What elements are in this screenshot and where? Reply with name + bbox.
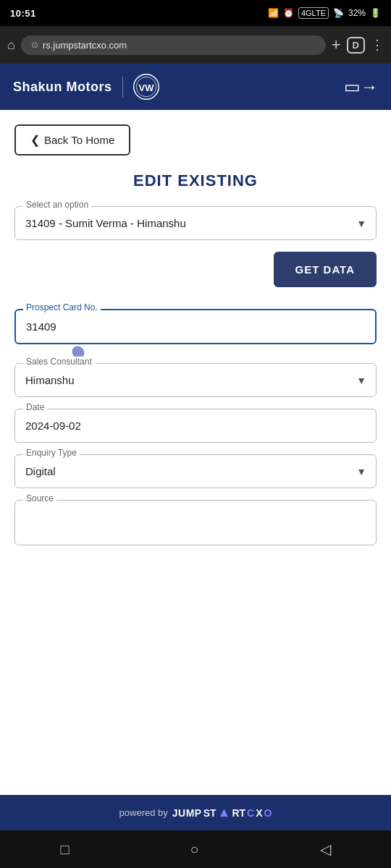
source-label: Source [23, 493, 56, 503]
battery-text: 32% [348, 8, 366, 18]
powered-by-text: powered by [119, 807, 168, 818]
browser-url-bar[interactable]: ⊙ rs.jumpstartcxo.com [21, 35, 326, 55]
browser-url-text: rs.jumpstartcxo.com [43, 40, 127, 51]
prospect-card-group: Prospect Card No. [14, 309, 377, 344]
date-group: Date [14, 409, 377, 443]
brand-start: ST [203, 807, 216, 819]
app-title: Shakun Motors [13, 80, 112, 95]
browser-home-icon[interactable]: ⌂ [7, 38, 15, 53]
select-option-wrapper: 31409 - Sumit Verma - Himanshu ▼ [14, 206, 377, 240]
brand-icon: ▲ [218, 805, 231, 820]
select-option-label: Select an option [23, 200, 91, 210]
alarm-icon: ⏰ [283, 8, 294, 18]
brand-c: C [247, 807, 254, 819]
status-bar: 10:51 📶 ⏰ 4GLTE 📡 32% 🔋 [0, 0, 391, 26]
date-input[interactable] [14, 409, 377, 443]
browser-d-button[interactable]: D [347, 37, 365, 54]
page-title: EDIT EXISTING [14, 171, 377, 190]
brand-art: RT [232, 807, 245, 819]
browser-more-button[interactable]: ⋮ [371, 37, 384, 53]
sales-consultant-wrapper: Himanshu ▼ [14, 363, 377, 397]
back-to-home-label: Back To Home [44, 134, 114, 146]
brand-logo: JUMP ST ▲ RT C X O [172, 805, 272, 820]
new-tab-button[interactable]: + [332, 35, 341, 54]
brand-jump: JUMP [172, 807, 202, 819]
app-footer: powered by JUMP ST ▲ RT C X O [0, 795, 391, 830]
enquiry-type-label: Enquiry Type [23, 448, 80, 458]
nav-circle-icon[interactable]: ○ [190, 841, 199, 858]
brand-x: X [256, 807, 262, 819]
prospect-card-input[interactable] [14, 309, 377, 344]
prospect-card-label: Prospect Card No. [23, 302, 101, 312]
nav-back-icon[interactable]: ◁ [320, 841, 331, 858]
nav-bar: □ ○ ◁ [0, 830, 391, 868]
source-group: Source [14, 500, 377, 545]
status-time: 10:51 [10, 8, 36, 19]
header-divider [122, 77, 123, 97]
enquiry-type-wrapper: Digital ▼ [14, 454, 377, 488]
app-header: Shakun Motors VW ▭→ [0, 64, 391, 110]
url-security-icon: ⊙ [31, 40, 38, 50]
get-data-row: GET DATA [14, 252, 377, 287]
select-option-group: Select an option 31409 - Sumit Verma - H… [14, 206, 377, 240]
svg-text:VW: VW [138, 82, 154, 93]
brand-o: O [264, 807, 272, 819]
sales-consultant-dropdown[interactable]: Himanshu [14, 363, 377, 397]
back-to-home-button[interactable]: ❮ Back To Home [14, 124, 130, 156]
get-data-button[interactable]: GET DATA [274, 252, 377, 287]
nav-square-icon[interactable]: □ [60, 841, 69, 858]
vw-logo: VW [133, 74, 159, 100]
network-icon: 4GLTE [298, 7, 329, 19]
date-label: Date [23, 402, 47, 412]
sales-consultant-label: Sales Consultant [23, 357, 95, 367]
battery-icon: 🔋 [370, 8, 381, 18]
status-right: 📶 ⏰ 4GLTE 📡 32% 🔋 [268, 7, 381, 19]
source-input[interactable] [14, 500, 377, 545]
enquiry-type-dropdown[interactable]: Digital [14, 454, 377, 488]
main-content: ❮ Back To Home EDIT EXISTING Select an o… [0, 110, 391, 795]
browser-bar: ⌂ ⊙ rs.jumpstartcxo.com + D ⋮ [0, 26, 391, 64]
logout-button[interactable]: ▭→ [344, 77, 378, 97]
sales-consultant-group: Sales Consultant Himanshu ▼ [14, 363, 377, 397]
signal-icon: 📶 [268, 8, 279, 18]
enquiry-type-group: Enquiry Type Digital ▼ [14, 454, 377, 488]
select-option-dropdown[interactable]: 31409 - Sumit Verma - Himanshu [14, 206, 377, 240]
back-chevron-icon: ❮ [30, 133, 40, 147]
sim-icon: 📡 [333, 8, 344, 18]
